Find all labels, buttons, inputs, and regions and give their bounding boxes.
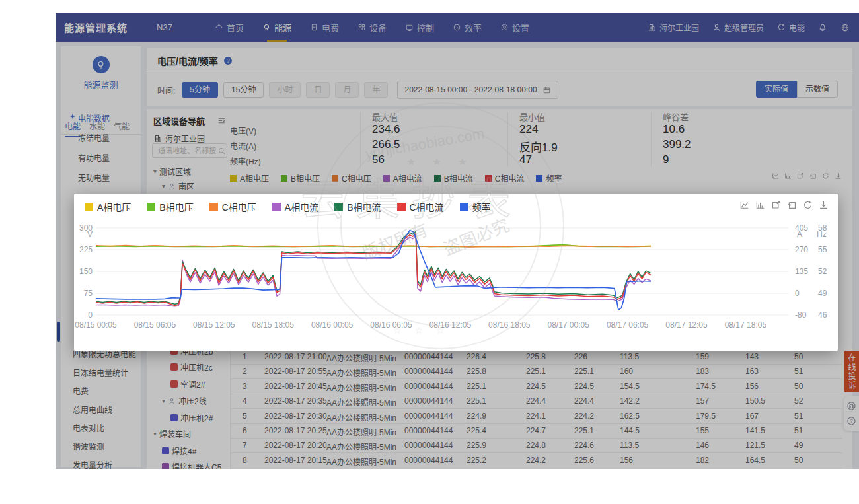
svg-text:08/15 18:05: 08/15 18:05	[252, 320, 294, 330]
legend-label: A相电压	[97, 200, 131, 213]
svg-text:08/17 00:05: 08/17 00:05	[547, 320, 589, 330]
legend-swatch	[460, 203, 468, 211]
legend-swatch	[272, 203, 281, 211]
svg-text:0: 0	[88, 310, 93, 320]
refresh-tool-icon[interactable]	[803, 200, 813, 210]
svg-text:08/17 06:05: 08/17 06:05	[607, 320, 649, 330]
svg-text:08/15 00:05: 08/15 00:05	[75, 320, 117, 330]
svg-text:A: A	[797, 230, 802, 239]
legend-label: 频率	[472, 200, 491, 213]
series-C相电流	[96, 233, 651, 305]
screenshot-canvas: 能源管理系统 N37 首页能源电费设备控制效率设置 海尔工业园超级管理员电能 能…	[0, 0, 859, 504]
tool-zoom-icon	[771, 200, 781, 210]
svg-text:49: 49	[818, 289, 827, 298]
svg-text:08/17 12:05: 08/17 12:05	[665, 320, 708, 330]
svg-text:270: 270	[795, 245, 808, 254]
tool-bar-icon	[755, 200, 765, 210]
svg-text:55: 55	[818, 245, 827, 254]
legend-label: A相电流	[285, 200, 318, 213]
legend-swatch	[85, 203, 93, 211]
svg-text:225: 225	[79, 245, 93, 254]
svg-text:46: 46	[818, 310, 827, 320]
series-频率	[96, 231, 651, 310]
tool-refresh-icon	[803, 200, 813, 210]
legend-label: C相电压	[222, 200, 256, 213]
legend-swatch	[397, 203, 406, 211]
legend-label: B相电压	[159, 200, 193, 213]
legend-item[interactable]: A相电流	[272, 200, 318, 213]
tool-restore-icon	[787, 200, 797, 210]
chart-toolbox	[739, 200, 829, 210]
line-tool-icon[interactable]	[739, 200, 749, 210]
legend-item[interactable]: B相电压	[147, 200, 193, 213]
restore-tool-icon[interactable]	[787, 200, 797, 210]
svg-text:135: 135	[795, 267, 808, 276]
download-tool-icon[interactable]	[819, 200, 829, 210]
tool-download-icon	[819, 200, 829, 210]
svg-text:08/17 18:05: 08/17 18:05	[725, 320, 767, 330]
legend-item[interactable]: 频率	[460, 200, 491, 213]
legend-item[interactable]: A相电压	[85, 200, 131, 213]
legend-item[interactable]: C相电压	[209, 200, 256, 213]
svg-text:08/15 12:05: 08/15 12:05	[193, 320, 235, 330]
svg-text:08/16 06:05: 08/16 06:05	[370, 320, 412, 330]
svg-text:52: 52	[818, 267, 827, 276]
svg-text:08/16 12:05: 08/16 12:05	[430, 320, 472, 330]
bar-tool-icon[interactable]	[755, 200, 765, 210]
legend-item[interactable]: C相电流	[397, 200, 444, 213]
legend-swatch	[334, 203, 343, 211]
legend-item[interactable]: B相电流	[334, 200, 381, 213]
svg-text:75: 75	[84, 289, 93, 298]
legend-swatch	[209, 203, 218, 211]
svg-text:08/16 00:05: 08/16 00:05	[311, 320, 354, 330]
chart-legend: A相电压B相电压C相电压A相电流B相电流C相电流频率	[85, 200, 491, 213]
legend-swatch	[147, 203, 155, 211]
svg-text:08/16 18:05: 08/16 18:05	[488, 320, 531, 330]
svg-text:Hz: Hz	[817, 230, 827, 239]
tool-line-icon	[739, 200, 749, 210]
svg-text:V: V	[87, 230, 93, 239]
svg-text:-80: -80	[795, 310, 807, 320]
svg-text:150: 150	[79, 267, 93, 276]
voltage-current-frequency-chart: 300225150750V4052701350-80A5855524946Hz0…	[74, 194, 838, 351]
chart-dialog-card: 300225150750V4052701350-80A5855524946Hz0…	[74, 194, 838, 351]
legend-label: C相电流	[410, 200, 444, 213]
svg-text:0: 0	[795, 289, 800, 298]
legend-label: B相电流	[347, 200, 381, 213]
svg-text:08/15 06:05: 08/15 06:05	[134, 320, 176, 330]
zoom-tool-icon[interactable]	[771, 200, 781, 210]
